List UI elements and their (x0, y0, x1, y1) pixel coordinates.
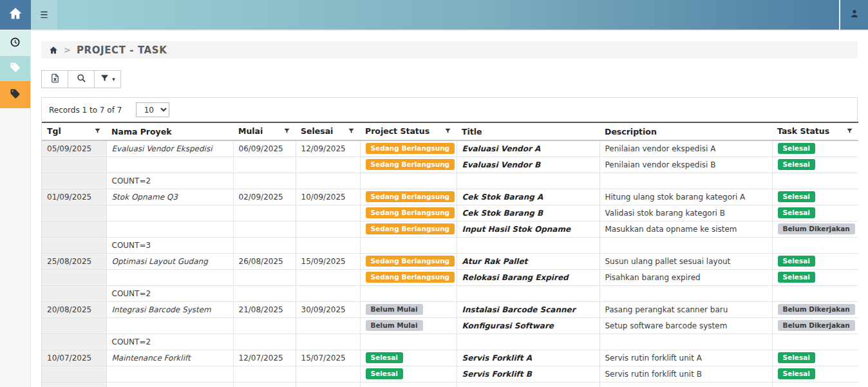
cell-title: Konfigurasi Software (457, 317, 599, 334)
cell-nama-proyek (106, 156, 233, 173)
column-label: Selesai (301, 126, 333, 136)
table-row[interactable]: 20/08/2025Integrasi Barcode System21/08/… (42, 301, 858, 317)
cell-tgl (42, 221, 106, 237)
cell-tgl (42, 366, 106, 382)
cell-selesai (296, 221, 360, 237)
cell-project-status: Selesai (360, 366, 457, 382)
user-icon (849, 8, 860, 22)
cell-project-status: Sedang Berlangsung (360, 205, 457, 221)
cell-description: Servis rutin forklift unit B (599, 366, 772, 382)
cell-title (457, 173, 599, 189)
task-status-badge: Selesai (778, 256, 815, 267)
table-row[interactable]: Sedang BerlangsungCek Stok Barang BValid… (42, 205, 858, 221)
count-row[interactable]: COUNT=2 (42, 285, 858, 301)
filter-funnel-icon[interactable] (846, 127, 853, 137)
project-status-badge: Sedang Berlangsung (366, 207, 455, 218)
cell-mulai (233, 173, 296, 189)
filter-icon (100, 73, 109, 86)
task-status-badge: Belum Dikerjakan (778, 304, 855, 315)
filter-funnel-icon[interactable] (94, 127, 101, 137)
cell-tgl (42, 269, 106, 285)
cell-task-status: Belum Dikerjakan (772, 301, 858, 317)
home-icon (8, 6, 23, 23)
cell-nama-proyek (106, 269, 233, 285)
cell-tgl (42, 334, 106, 350)
cell-mulai: 06/09/2025 (233, 140, 296, 156)
cell-title: Evaluasi Vendor B (457, 156, 599, 173)
cell-mulai (233, 334, 296, 350)
task-status-badge: Selesai (778, 191, 815, 202)
cell-selesai (296, 317, 360, 334)
cell-description (599, 285, 772, 301)
count-row[interactable]: COUNT=3 (42, 237, 858, 253)
table-row[interactable]: SelesaiServis Forklift BServis rutin for… (42, 366, 858, 382)
column-label: Tgl (47, 126, 61, 136)
cell-selesai (296, 269, 360, 285)
cell-mulai: 21/08/2025 (233, 301, 296, 317)
filter-funnel-icon[interactable] (444, 127, 451, 137)
export-excel-button[interactable] (41, 70, 68, 88)
cell-description: Penilaian vendor ekspedisi B (599, 156, 772, 173)
main-content: > PROJECT - TASK ▾ Records 1 to 7 of 7 1… (31, 31, 868, 387)
cell-tgl (42, 237, 106, 253)
project-status-badge: Selesai (366, 352, 403, 363)
filter-funnel-icon[interactable] (283, 127, 290, 137)
cell-title (457, 334, 599, 350)
cell-task-status (772, 237, 858, 253)
cell-description: Setup software barcode system (599, 317, 772, 334)
count-row[interactable] (42, 382, 858, 387)
cell-project-status (360, 382, 457, 387)
column-header-task-status: Task Status (772, 122, 858, 140)
task-status-badge: Selesai (778, 143, 815, 154)
cell-project-status: Sedang Berlangsung (360, 269, 457, 285)
sidebar-toggle-button[interactable]: ☰ (31, 0, 57, 30)
column-header-selesai: Selesai (296, 122, 360, 140)
cell-task-status (772, 285, 858, 301)
search-button[interactable] (68, 70, 95, 88)
cell-project-status (360, 334, 457, 350)
cell-title (457, 382, 599, 387)
page-size-select[interactable]: 10 (136, 102, 169, 117)
sidebar-item-history[interactable] (0, 31, 30, 56)
cell-title: Atur Rak Pallet (457, 253, 599, 269)
user-menu-button[interactable] (839, 0, 868, 30)
table-row[interactable]: 05/09/2025Evaluasi Vendor Ekspedisi06/09… (42, 140, 858, 156)
cell-mulai (233, 237, 296, 253)
count-row[interactable]: COUNT=2 (42, 173, 858, 189)
column-header-description: Description (599, 122, 772, 140)
filter-dropdown-button[interactable]: ▾ (94, 70, 121, 88)
cell-selesai (296, 366, 360, 382)
sidebar-item-task-active[interactable] (0, 81, 30, 108)
filter-funnel-icon[interactable] (348, 127, 355, 137)
table-row[interactable]: Belum MulaiKonfigurasi SoftwareSetup sof… (42, 317, 858, 334)
task-status-badge: Selesai (778, 368, 815, 379)
cell-task-status (772, 334, 858, 350)
cell-task-status (772, 382, 858, 387)
cell-title: Relokasi Barang Expired (457, 269, 599, 285)
cell-project-status: Sedang Berlangsung (360, 140, 457, 156)
sidebar-item-project[interactable] (0, 56, 30, 81)
table-row[interactable]: Sedang BerlangsungRelokasi Barang Expire… (42, 269, 858, 285)
table-row[interactable]: Sedang BerlangsungInput Hasil Stok Opnam… (42, 221, 858, 237)
column-label: Title (462, 127, 482, 137)
table-row[interactable]: Sedang BerlangsungEvaluasi Vendor BPenil… (42, 156, 858, 173)
column-header-title: Title (457, 122, 599, 140)
home-button[interactable] (0, 0, 31, 30)
cell-nama-proyek: Evaluasi Vendor Ekspedisi (106, 140, 233, 156)
table-row[interactable]: 01/09/2025Stok Opname Q302/09/202510/09/… (42, 189, 858, 205)
count-row[interactable]: COUNT=2 (42, 334, 858, 350)
cell-mulai (233, 285, 296, 301)
table-row[interactable]: 10/07/2025Maintenance Forklift12/07/2025… (42, 350, 858, 366)
cell-tgl (42, 382, 106, 387)
cell-tgl: 05/09/2025 (42, 140, 106, 156)
cell-title: Servis Forklift A (457, 350, 599, 366)
breadcrumb-home-link[interactable] (49, 46, 58, 55)
cell-description: Penilaian vendor ekspedisi A (599, 140, 772, 156)
table-row[interactable]: 25/08/2025Optimasi Layout Gudang26/08/20… (42, 253, 858, 269)
cell-description (599, 237, 772, 253)
cell-task-status (772, 173, 858, 189)
cell-selesai: 10/09/2025 (296, 189, 360, 205)
cell-mulai: 12/07/2025 (233, 350, 296, 366)
cell-title: Cek Stok Barang A (457, 189, 599, 205)
cell-mulai: 02/09/2025 (233, 189, 296, 205)
